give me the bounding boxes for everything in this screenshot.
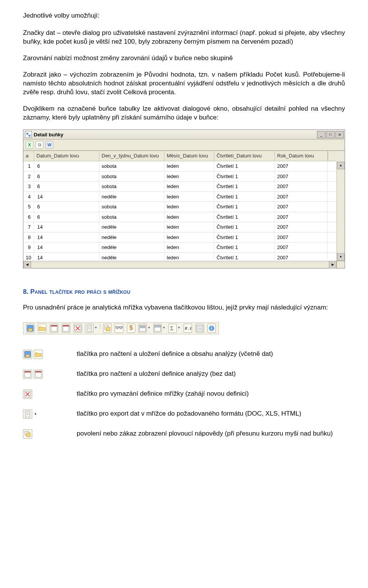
open-def-button[interactable] bbox=[60, 323, 72, 333]
table-row[interactable]: 26sobotaledenČtvrtletí 12007 bbox=[23, 172, 337, 182]
button-descriptions: tlačítka pro načtení a uložení definice … bbox=[23, 350, 345, 439]
table-cell: 14 bbox=[34, 233, 99, 242]
separator bbox=[100, 324, 100, 332]
sigma-button[interactable]: Σ▼ bbox=[167, 323, 182, 333]
vertical-scrollbar[interactable]: ▲ ▼ bbox=[337, 161, 345, 261]
table-row[interactable]: 714neděleledenČtvrtletí 12007 bbox=[23, 222, 337, 233]
open-with-data-icon bbox=[34, 350, 43, 359]
table-cell: leden bbox=[164, 182, 214, 192]
grid-header-row: a Datum_Datum lovu Den_v_týdnu_Datum lov… bbox=[23, 151, 345, 161]
desc-text: tlačítka pro načtení a uložení definice … bbox=[77, 370, 345, 378]
open-with-data-button[interactable] bbox=[36, 323, 48, 333]
table-row[interactable]: 1014neděleledenČtvrtletí 12007 bbox=[23, 253, 337, 263]
desc-text: tlačítko pro vymazání definice mřížky (z… bbox=[77, 390, 345, 398]
desc-text: tlačítko pro export dat v mřížce do poža… bbox=[77, 409, 345, 418]
chevron-down-icon: ▼ bbox=[148, 326, 151, 330]
desc-text: povolení nebo zákaz zobrazení plovoucí n… bbox=[77, 429, 345, 438]
layout-button[interactable]: ▼ bbox=[152, 323, 167, 333]
maximize-button[interactable]: □ bbox=[326, 131, 335, 138]
table-row[interactable]: 56sobotaledenČtvrtletí 12007 bbox=[23, 202, 337, 212]
export-word-icon[interactable]: W bbox=[46, 141, 53, 149]
intro-p4: Dvojklikem na označené buňce tabulky lze… bbox=[23, 105, 345, 122]
glasses-button[interactable]: 👓 bbox=[113, 323, 125, 333]
table-cell: 9 bbox=[23, 242, 34, 252]
table-cell: 3 bbox=[23, 182, 34, 192]
table-cell: 6 bbox=[34, 172, 99, 182]
scroll-up-icon[interactable]: ▲ bbox=[337, 162, 345, 169]
list-button[interactable] bbox=[194, 323, 205, 333]
detail-cell-dialog: 🐾 Detail buňky _ □ ✕ X ⧉ W a Datum_Datum… bbox=[23, 129, 345, 269]
table-cell: 14 bbox=[34, 242, 99, 252]
grid-header[interactable]: Datum_Datum lovu bbox=[34, 151, 99, 161]
svg-rect-16 bbox=[140, 326, 142, 328]
clear-grid-icon bbox=[23, 390, 32, 399]
table-cell: 14 bbox=[34, 222, 99, 232]
dialog-toolbar: X ⧉ W bbox=[23, 139, 345, 151]
tooltip-toggle-button[interactable] bbox=[102, 323, 113, 333]
currency-button[interactable]: $ bbox=[125, 323, 137, 333]
grid-header[interactable]: a bbox=[23, 151, 34, 161]
scroll-down-icon[interactable]: ▼ bbox=[337, 253, 345, 261]
table-cell: leden bbox=[164, 202, 214, 212]
svg-rect-29 bbox=[26, 355, 30, 357]
svg-rect-31 bbox=[25, 371, 31, 372]
table-cell: leden bbox=[164, 233, 214, 242]
table-cell: 6 bbox=[34, 202, 99, 212]
grid-toolbar: ▼ 👓 $ ▼ ▼ Σ▼ #.# i bbox=[23, 322, 219, 334]
grid-header[interactable]: Rok_Datum lovu bbox=[275, 151, 328, 161]
table-cell: leden bbox=[164, 161, 214, 171]
export-excel-icon[interactable]: X bbox=[26, 141, 33, 149]
grid-header[interactable]: Měsíc_Datum lovu bbox=[164, 151, 214, 161]
table-cell: Čtvrtletí 1 bbox=[214, 161, 275, 171]
svg-rect-5 bbox=[63, 325, 69, 326]
scroll-left-icon[interactable]: ◀ bbox=[23, 261, 31, 269]
table-cell: Čtvrtletí 1 bbox=[214, 172, 275, 182]
close-button[interactable]: ✕ bbox=[335, 131, 344, 138]
table-row[interactable]: 914neděleledenČtvrtletí 12007 bbox=[23, 242, 337, 253]
table-row[interactable]: 414neděleledenČtvrtletí 12007 bbox=[23, 192, 337, 202]
svg-text:#.#: #.# bbox=[185, 326, 191, 331]
table-cell: neděle bbox=[99, 253, 164, 263]
table-cell: 2 bbox=[23, 172, 34, 182]
table-cell: 2007 bbox=[275, 172, 328, 182]
dialog-titlebar[interactable]: 🐾 Detail buňky _ □ ✕ bbox=[23, 130, 345, 139]
grid-header[interactable]: Den_v_týdnu_Datum lovu bbox=[99, 151, 164, 161]
table-cell: leden bbox=[164, 172, 214, 182]
save-def-icon bbox=[23, 370, 32, 379]
table-row[interactable]: 814neděleledenČtvrtletí 12007 bbox=[23, 233, 337, 243]
intro-p1: Značky dat – otevře dialog pro uživatels… bbox=[23, 29, 345, 46]
table-cell: 2007 bbox=[275, 233, 328, 242]
table-cell: sobota bbox=[99, 202, 164, 212]
save-def-button[interactable] bbox=[48, 323, 60, 333]
table-cell: neděle bbox=[99, 242, 164, 252]
svg-rect-1 bbox=[28, 329, 32, 331]
svg-rect-42 bbox=[26, 433, 30, 437]
minimize-button[interactable]: _ bbox=[317, 131, 325, 138]
section-heading: 8. Panel tlačítek pro práci s mřížkou bbox=[23, 288, 345, 296]
save-with-data-button[interactable] bbox=[25, 323, 36, 333]
table-row[interactable]: 36sobotaledenČtvrtletí 12007 bbox=[23, 182, 337, 192]
table-cell: neděle bbox=[99, 192, 164, 202]
intro-line1: Jednotlivé volby umožňují: bbox=[23, 11, 345, 20]
table-cell: Čtvrtletí 1 bbox=[214, 242, 275, 252]
export-button[interactable]: ▼ bbox=[84, 323, 99, 333]
table-row[interactable]: 16sobotaledenČtvrtletí 12007 bbox=[23, 161, 337, 172]
table-cell: 6 bbox=[34, 182, 99, 192]
section8-intro: Pro usnadnění práce je analytická mřížka… bbox=[23, 303, 345, 312]
clear-grid-button[interactable] bbox=[72, 323, 84, 333]
open-def-icon bbox=[34, 370, 43, 379]
table-cell: sobota bbox=[99, 172, 164, 182]
chevron-down-icon: ▼ bbox=[177, 326, 181, 330]
table-cell: 2007 bbox=[275, 202, 328, 212]
dialog-title: Detail buňky bbox=[34, 131, 63, 138]
grid-header[interactable]: Čtvrtletí_Datum lovu bbox=[214, 151, 275, 161]
table-cell: 7 bbox=[23, 222, 34, 232]
table-row[interactable]: 66sobotaledenČtvrtletí 12007 bbox=[23, 212, 337, 223]
copy-icon[interactable]: ⧉ bbox=[36, 141, 43, 149]
info-button[interactable]: i bbox=[206, 323, 217, 333]
table-cell: 8 bbox=[23, 233, 34, 242]
scroll-right-icon[interactable]: ▶ bbox=[329, 261, 337, 269]
table-cell: 14 bbox=[34, 192, 99, 202]
forms-button[interactable]: ▼ bbox=[137, 323, 152, 333]
number-format-button[interactable]: #.# bbox=[182, 323, 194, 333]
